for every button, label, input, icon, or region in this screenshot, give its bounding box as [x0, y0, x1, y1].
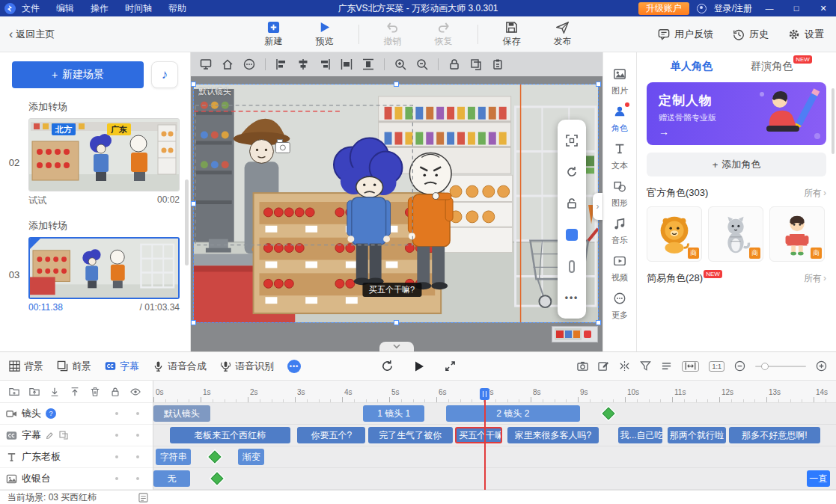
rotate-icon[interactable]	[558, 156, 586, 188]
zoom-out-icon[interactable]	[416, 58, 428, 70]
align-left-icon[interactable]	[275, 58, 287, 70]
keyframe-diamond[interactable]	[602, 408, 614, 420]
lane-camera[interactable]: 默认镜头1 镜头 12 镜头 2	[153, 403, 836, 425]
add-transition-button-1[interactable]: 添加转场	[28, 100, 190, 114]
zoom-out-minus-icon[interactable]	[734, 360, 745, 372]
strip-item-character[interactable]: 角色	[603, 105, 636, 142]
zoom-in-plus-icon[interactable]	[816, 360, 827, 372]
character-card-girl[interactable]: 商	[769, 206, 825, 262]
subtitle-batch-icon[interactable]	[59, 431, 68, 440]
scene-item-02[interactable]: 02	[0, 118, 190, 207]
paste-icon[interactable]	[492, 58, 504, 70]
preview-button[interactable]: 预览	[308, 21, 342, 48]
distribute-horizontal-icon[interactable]	[341, 58, 353, 70]
tab-crowd-character[interactable]: 群演角色NEW	[736, 60, 826, 73]
character-card-cat[interactable]: 商	[708, 206, 763, 262]
resize-handle[interactable]	[394, 320, 399, 325]
timeline-clip[interactable]: 默认镜头	[153, 405, 210, 422]
lock-icon[interactable]	[558, 188, 586, 219]
keyframe-diamond[interactable]	[211, 473, 224, 485]
distribute-vertical-icon[interactable]	[362, 58, 374, 70]
track-toggle-dot[interactable]	[115, 477, 118, 480]
strip-item-text[interactable]: 文本	[603, 142, 636, 179]
lane-subtitle[interactable]: 老板来五个西红柿你要五个?完了生气了被你买五个干嘛家里来很多客人吗?我...自己…	[153, 425, 836, 446]
back-home-button[interactable]: ‹ 返回主页	[9, 28, 55, 41]
new-button[interactable]: 新建	[257, 21, 291, 48]
strip-item-video[interactable]: 视频	[603, 254, 636, 292]
track-header-guangdong-boss[interactable]: 广东老板	[0, 446, 153, 468]
split-clip-icon[interactable]	[619, 360, 630, 372]
play-button-icon[interactable]	[413, 360, 425, 372]
settings-button[interactable]: 设置	[788, 28, 824, 41]
scene-panel-scrollbar[interactable]	[185, 179, 189, 265]
track-header-subtitle[interactable]: 字幕	[0, 425, 153, 446]
menu-help[interactable]: 帮助	[168, 2, 186, 15]
edit-clip-icon[interactable]	[598, 360, 609, 372]
align-right-icon[interactable]	[319, 58, 331, 70]
track-toggle-dot[interactable]	[136, 477, 139, 480]
close-button[interactable]: ✕	[814, 4, 833, 13]
history-button[interactable]: 历史	[733, 28, 769, 41]
zoom-slider-knob[interactable]	[761, 363, 769, 370]
voice-recognition-button[interactable]: 语音识别	[220, 360, 274, 373]
timeline-clip[interactable]: 2 镜头 2	[446, 405, 581, 422]
track-toggle-dot[interactable]	[115, 455, 118, 458]
camera-preview[interactable]	[552, 326, 598, 342]
resize-handle[interactable]	[191, 201, 196, 206]
move-down-icon[interactable]	[49, 387, 60, 397]
timeline-clip[interactable]: 无	[153, 470, 190, 487]
voice-synthesis-button[interactable]: 语音合成	[153, 360, 207, 373]
track-toggle-dot[interactable]	[115, 434, 118, 437]
track-header-cashier[interactable]: 收银台	[0, 468, 153, 490]
minimize-button[interactable]: —	[760, 4, 779, 13]
display-icon[interactable]	[200, 58, 212, 70]
timeline-clip[interactable]: 那多不好意思啊!	[729, 427, 821, 443]
maximize-button[interactable]: □	[787, 4, 806, 13]
add-folder-icon[interactable]	[9, 387, 19, 397]
fit-timeline-button[interactable]	[682, 361, 699, 372]
home-icon[interactable]	[222, 58, 234, 70]
subtitle-button[interactable]: 字幕	[105, 360, 139, 373]
scene-thumbnail-02[interactable]: 北方 广东	[28, 118, 180, 191]
timeline-ruler[interactable]: 0s1s2s3s4s5s6s7s8s9s10s11s12s13s14s	[153, 381, 836, 403]
track-toggle-dot[interactable]	[136, 455, 139, 458]
timeline-clip[interactable]: 一直	[807, 470, 831, 487]
timeline-clip[interactable]: 那两个就行啦	[668, 427, 727, 443]
lane-cashier[interactable]: 无一直	[153, 468, 836, 490]
timeline-clip[interactable]: 1 镜头 1	[363, 405, 424, 422]
subtitle-edit-icon[interactable]	[46, 431, 55, 440]
track-toggle-dot[interactable]	[136, 412, 139, 415]
publish-button[interactable]: 发布	[546, 21, 580, 48]
strip-item-shape[interactable]: 图形	[603, 179, 636, 217]
menu-timeline[interactable]: 时间轴	[125, 2, 152, 15]
timeline-clip[interactable]: 老板来五个西红柿	[170, 427, 290, 443]
scene-thumbnail-03-selected[interactable]	[28, 237, 180, 299]
filter-icon[interactable]	[640, 360, 651, 372]
undo-button[interactable]: 撤销	[376, 21, 410, 48]
background-button[interactable]: 背景	[9, 360, 43, 373]
move-up-icon[interactable]	[70, 387, 80, 397]
panel-expand-tab[interactable]: ›	[593, 193, 602, 220]
resize-handle[interactable]	[596, 82, 601, 87]
timeline-zoom-slider[interactable]	[755, 366, 806, 367]
playhead-handle[interactable]	[480, 388, 489, 400]
menu-file[interactable]: 文件	[22, 2, 40, 15]
timeline-collapse-pill[interactable]	[379, 342, 414, 351]
snapshot-camera-icon[interactable]	[577, 360, 588, 372]
stage-subtitle-text[interactable]: 买五个干嘛?	[362, 283, 421, 297]
align-center-icon[interactable]	[297, 58, 309, 70]
add-character-button[interactable]: + 添加角色	[647, 153, 826, 176]
foreground-button[interactable]: 前景	[57, 360, 91, 373]
strip-item-more[interactable]: 更多	[603, 292, 636, 329]
lane-guangdong-boss[interactable]: 字符串渐变	[153, 446, 836, 468]
more-options-icon[interactable]: •••	[558, 282, 586, 313]
actual-scale-button[interactable]: 1:1	[709, 361, 724, 372]
track-header-camera[interactable]: 镜头 ?	[0, 403, 153, 425]
scene-list-icon[interactable]	[138, 493, 148, 503]
keyframe-diamond[interactable]	[208, 451, 221, 464]
resize-handle[interactable]	[191, 320, 196, 325]
timeline-clip[interactable]: 家里来很多客人吗?	[507, 427, 599, 443]
feedback-button[interactable]: 用户反馈	[658, 28, 713, 41]
tab-single-character[interactable]: 单人角色	[647, 60, 736, 73]
folder-out-icon[interactable]	[29, 387, 40, 397]
